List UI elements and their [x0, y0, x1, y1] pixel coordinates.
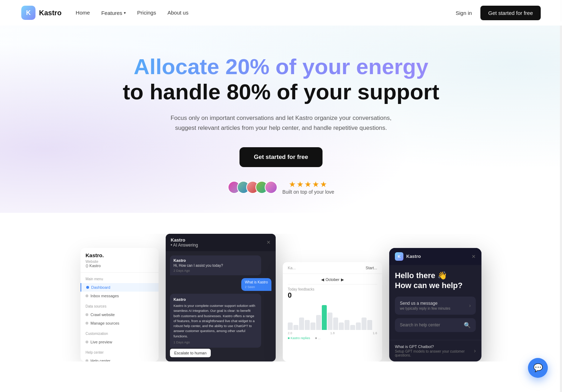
chat-icon: 💬 [533, 363, 543, 372]
logo-name: Kastro [39, 9, 61, 17]
sidebar-item-inbox[interactable]: Inbox messages [81, 292, 159, 300]
bar-14 [367, 320, 372, 330]
chevron-right-icon: › [474, 348, 476, 354]
feedbacks-value: 0 [288, 291, 377, 299]
hero-headline-dark: to handle 80% of your support [21, 79, 541, 104]
sidebar-item-helpcenter[interactable]: Help center [81, 357, 159, 361]
bar-7 [327, 313, 332, 330]
sidebar-item-sources[interactable]: Manage sources [81, 319, 159, 327]
logo[interactable]: K Kastro [21, 6, 61, 20]
analytics-date: ◀ October ▶ [288, 277, 377, 285]
bar-12 [356, 322, 361, 330]
search-icon: 🔍 [464, 322, 471, 328]
widget-message-option[interactable]: Send us a message we typically reply in … [395, 297, 476, 315]
widget-header: K Kastro ✕ [389, 248, 481, 265]
chat-header: Kastro • AI Answering ✕ [166, 234, 276, 251]
bar-3 [305, 320, 310, 330]
hero-headline-gradient: Allocate 20% of your energy [21, 54, 541, 79]
get-started-nav-button[interactable]: Get started for free [480, 6, 541, 20]
social-text: Built on top of your love [282, 189, 334, 195]
analytics-window: Ka... Start... ◀ October ▶ Today feedbac… [283, 262, 382, 361]
widget-brand: K Kastro [395, 252, 421, 261]
bar-0 [288, 322, 293, 330]
screenshots-section: Kastro. Website ⟨⟩ Kastro Main menu Dash… [0, 234, 562, 361]
bar-chart [288, 302, 377, 330]
chat-brand: Kastro [171, 237, 198, 243]
avatar-group [228, 181, 277, 194]
bar-10 [345, 320, 349, 330]
analytics-body: ◀ October ▶ Today feedbacks 0 2.0 1.8 1.… [283, 274, 382, 343]
chat-messages: Kastro Hi, How can I assist you today? 2… [166, 251, 276, 349]
nav-links: Home Features ▾ Pricings About us [76, 10, 188, 16]
bar-5 [316, 315, 321, 330]
bar-4 [310, 322, 315, 330]
nav-right: Sign in Get started for free [456, 6, 541, 20]
sidebar-item-dashboard[interactable]: Dashboard [81, 283, 159, 292]
sidebar-section-help: Help center [81, 348, 159, 357]
bar-6 [322, 305, 327, 330]
social-proof: ★★★★★ Built on top of your love [21, 180, 541, 195]
sidebar-dashboard-window: Kastro. Website ⟨⟩ Kastro Main menu Dash… [81, 248, 159, 361]
sidebar-item-crawl[interactable]: Crawl website [81, 310, 159, 319]
hero-section: Allocate 20% of your energy to handle 80… [0, 26, 562, 216]
chevron-right-icon: › [469, 303, 471, 308]
widget-window: K Kastro ✕ Hello there 👋How can we help?… [389, 248, 481, 361]
widget-close-icon[interactable]: ✕ [472, 254, 476, 259]
sidebar-website-value: ⟨⟩ Kastro [86, 264, 154, 268]
nav-item-home[interactable]: Home [76, 10, 90, 16]
bar-2 [299, 318, 304, 330]
widget-body: Hello there 👋How can we help? Send us a … [389, 265, 481, 340]
floating-chat-button[interactable]: 💬 [528, 358, 548, 378]
bar-8 [333, 318, 338, 330]
analytics-header: Ka... Start... [283, 262, 382, 274]
close-icon[interactable]: ✕ [266, 239, 271, 245]
logo-icon: K [21, 6, 35, 20]
widget-greeting: Hello there 👋How can we help? [395, 271, 476, 291]
bar-13 [362, 318, 367, 330]
nav-item-features[interactable]: Features ▾ [101, 10, 126, 16]
escalate-button[interactable]: Escalate to human [170, 349, 211, 357]
nav-item-about[interactable]: About us [167, 10, 188, 16]
sidebar-item-preview[interactable]: Live preview [81, 338, 159, 346]
sidebar-section-main: Main menu [81, 275, 159, 283]
sidebar-section-data: Data sources [81, 302, 159, 310]
sidebar-brand: Kastro. [86, 252, 154, 258]
chat-window: Kastro • AI Answering ✕ Kastro Hi, How c… [166, 234, 276, 361]
feedbacks-label: Today feedbacks [288, 287, 377, 291]
chevron-down-icon: ▾ [124, 11, 126, 15]
widget-faq: What is GPT Chatbot? Setup GPT models to… [389, 340, 481, 361]
cta-button[interactable]: Get started for free [239, 147, 322, 167]
bar-1 [293, 325, 298, 330]
navbar: K Kastro Home Features ▾ Pricings About … [0, 0, 562, 26]
sign-in-link[interactable]: Sign in [456, 10, 472, 16]
avatar [265, 181, 277, 194]
bot-greeting: Kastro Hi, How can I assist you today? 2… [170, 255, 261, 275]
chat-subtitle: • AI Answering [171, 243, 198, 248]
nav-item-pricings[interactable]: Pricings [137, 10, 156, 16]
bar-11 [350, 325, 355, 330]
widget-logo: K [395, 252, 403, 261]
hero-cta: Get started for free [239, 147, 322, 167]
sidebar-website-label: Website [86, 260, 154, 264]
hero-subtext: Focus only on important conversations an… [167, 113, 395, 133]
widget-search-option[interactable]: Search in help center 🔍 [395, 318, 476, 332]
sidebar-section-custom: Customization [81, 330, 159, 338]
star-rating: ★★★★★ [282, 180, 334, 189]
bot-response: Kastro Kastro is your complete customer … [170, 294, 261, 348]
bar-9 [339, 322, 344, 330]
user-message: What is Kastro 2 Seen [241, 278, 271, 291]
